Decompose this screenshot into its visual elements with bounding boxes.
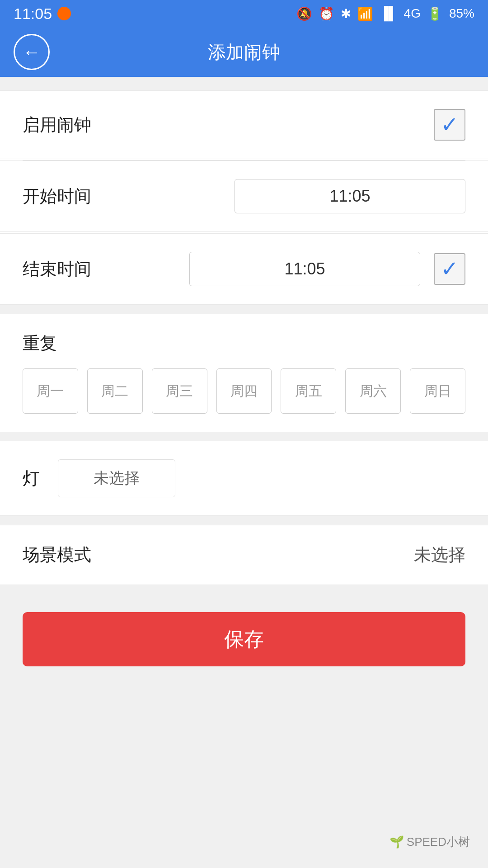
end-time-check-icon: ✓ bbox=[441, 258, 459, 280]
end-time-input[interactable] bbox=[189, 252, 420, 286]
weekday-tue[interactable]: 周二 bbox=[87, 368, 143, 414]
status-bar: 11:05 🔕 ⏰ ✱ 📶 ▐▌ 4G 🔋 85% bbox=[0, 0, 488, 27]
back-arrow-icon: ← bbox=[23, 43, 41, 61]
battery-icon: 🔋 bbox=[427, 6, 443, 21]
weekday-fri-label: 周五 bbox=[295, 382, 322, 401]
scene-mode-row[interactable]: 场景模式 未选择 bbox=[0, 525, 488, 585]
end-time-checkbox[interactable]: ✓ bbox=[434, 253, 465, 285]
weekday-wed-label: 周三 bbox=[166, 382, 193, 401]
weekday-tue-label: 周二 bbox=[101, 382, 128, 401]
save-button[interactable]: 保存 bbox=[23, 612, 465, 666]
weekday-mon-label: 周一 bbox=[37, 382, 64, 401]
network-type: 4G bbox=[404, 6, 421, 21]
weekday-thu[interactable]: 周四 bbox=[216, 368, 272, 414]
save-section: 保存 bbox=[0, 594, 488, 684]
signal-icon: ▐▌ bbox=[380, 6, 398, 21]
weekday-wed[interactable]: 周三 bbox=[152, 368, 207, 414]
end-time-label: 结束时间 bbox=[23, 258, 91, 281]
watermark-text: SPEED小树 bbox=[407, 834, 470, 850]
weekday-row: 周一 周二 周三 周四 周五 周六 周日 bbox=[23, 368, 465, 414]
enable-alarm-checkbox[interactable]: ✓ bbox=[434, 109, 465, 141]
light-label: 灯 bbox=[23, 467, 40, 490]
end-time-row: 结束时间 ✓ bbox=[0, 233, 488, 305]
enable-alarm-section: 启用闹钟 ✓ 开始时间 结束时间 ✓ bbox=[0, 90, 488, 305]
bluetooth-icon: ✱ bbox=[341, 6, 351, 21]
header: ← 添加闹钟 bbox=[0, 27, 488, 77]
start-time-input[interactable] bbox=[235, 179, 465, 213]
weekday-fri[interactable]: 周五 bbox=[281, 368, 336, 414]
light-section: 灯 未选择 bbox=[0, 441, 488, 516]
back-button[interactable]: ← bbox=[14, 34, 50, 70]
status-icons: 🔕 ⏰ ✱ 📶 ▐▌ 4G 🔋 85% bbox=[296, 6, 474, 21]
weekday-sun-label: 周日 bbox=[424, 382, 451, 401]
start-time-row: 开始时间 bbox=[0, 160, 488, 232]
content: 启用闹钟 ✓ 开始时间 结束时间 ✓ 重复 周一 bbox=[0, 77, 488, 698]
enable-alarm-label: 启用闹钟 bbox=[23, 113, 91, 137]
scene-mode-label: 场景模式 bbox=[23, 543, 91, 566]
checkbox-check-icon: ✓ bbox=[441, 114, 459, 136]
start-time-label: 开始时间 bbox=[23, 185, 91, 208]
repeat-section: 重复 周一 周二 周三 周四 周五 周六 周日 bbox=[0, 314, 488, 432]
enable-alarm-row: 启用闹钟 ✓ bbox=[0, 90, 488, 159]
watermark: 🌱 SPEED小树 bbox=[389, 834, 470, 850]
light-value: 未选择 bbox=[94, 469, 140, 486]
save-label: 保存 bbox=[224, 626, 264, 653]
page-title: 添加闹钟 bbox=[208, 40, 280, 65]
status-time: 11:05 bbox=[14, 5, 52, 23]
weekday-sun[interactable]: 周日 bbox=[410, 368, 465, 414]
watermark-icon: 🌱 bbox=[389, 835, 404, 849]
notification-dot bbox=[57, 7, 71, 20]
clock-icon: ⏰ bbox=[319, 6, 334, 21]
weekday-mon[interactable]: 周一 bbox=[23, 368, 78, 414]
light-selector[interactable]: 未选择 bbox=[58, 459, 175, 497]
weekday-sat[interactable]: 周六 bbox=[345, 368, 401, 414]
scene-mode-value: 未选择 bbox=[414, 543, 465, 566]
wifi-icon: 📶 bbox=[357, 6, 373, 21]
bell-icon: 🔕 bbox=[296, 6, 312, 21]
battery-percent: 85% bbox=[449, 6, 474, 21]
repeat-label: 重复 bbox=[23, 332, 465, 355]
weekday-sat-label: 周六 bbox=[360, 382, 387, 401]
weekday-thu-label: 周四 bbox=[230, 382, 258, 401]
